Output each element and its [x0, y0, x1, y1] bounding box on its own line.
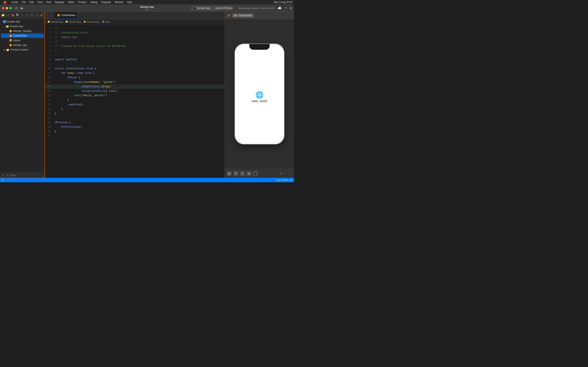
folder-icon[interactable]: 📁 [1, 13, 4, 17]
menu-debug[interactable]: Debug [89, 0, 99, 4]
line-content: .padding() [53, 102, 83, 107]
localize-icon[interactable]: Ⓛ [30, 13, 34, 17]
zoom-in-button[interactable]: + [284, 171, 287, 175]
menu-integrate[interactable]: Integrate [100, 0, 112, 4]
preview-tab-label: ContentView [238, 14, 252, 17]
code-line-21: 21 [45, 116, 225, 120]
zoom-out-button[interactable]: − [275, 171, 278, 175]
chevron-right-icon: ▶ [4, 49, 6, 51]
folder-icon: 📁 [6, 25, 9, 28]
pin-icon[interactable]: 📌 [227, 14, 230, 17]
sidebar-item-contentview[interactable]: ▾ 🔶 ContentView [1, 33, 44, 38]
code-line-7: 7 [45, 53, 225, 58]
line-number: 24 [45, 129, 53, 134]
diamond-icon[interactable]: ◇ [26, 13, 29, 17]
code-line-23: 23 ContentView() [45, 125, 225, 129]
filter-label: Filter [11, 174, 16, 177]
breadcrumb-sep: › [64, 21, 65, 23]
sidebar-content: ▾ 🅰 Sample App ▾ 📁 Sample App ▾ 🔶 Sample… [0, 18, 44, 173]
line-col-text: Line: 14 Col: 23 [276, 179, 292, 181]
line-number: 2 [45, 31, 53, 35]
swift-icon: 🔶 [57, 14, 60, 17]
menu-xcode[interactable]: Xcode [9, 0, 20, 4]
preview-phone-btn[interactable]: 📱 [253, 171, 258, 176]
menu-find[interactable]: Find [45, 0, 53, 4]
code-line-25: 25 [45, 134, 225, 138]
add-tab-button[interactable]: + [285, 6, 287, 10]
sidebar-footer: + ⊟ Filter [0, 173, 44, 178]
menu-help[interactable]: Help [125, 0, 134, 4]
breadcrumb-bar: 📁 Sample App › 📁 Sample App › 🔶 ContentV… [45, 19, 225, 25]
minimize-button[interactable] [6, 7, 8, 9]
swift-file-icon: 🔶 [9, 44, 12, 47]
line-content: // [53, 49, 58, 53]
breadcrumb-label-sampleapp1: Sample App [51, 21, 63, 23]
menu-editor[interactable]: Editor [67, 0, 76, 4]
breadcrumb-sampleapp2[interactable]: 📁 Sample App [65, 20, 81, 23]
tab-label-contentview: ContentView [61, 14, 75, 17]
zoom-actual-button[interactable]: ⊡ [279, 171, 283, 175]
code-line-3: 3 // Sample App [45, 35, 225, 40]
preview-bottom-bar: ▶ ⊞ ⊟ ⊠ 📱 − ⊡ + ⤢ [225, 169, 294, 178]
apple-menu[interactable]: 🍎 [2, 0, 8, 4]
scheme-selector[interactable]: 📱 Sample App › | Junior's iPhone [191, 6, 234, 10]
line-number: 5 [45, 44, 53, 49]
menu-view[interactable]: View [36, 0, 44, 4]
menu-edit[interactable]: Edit [28, 0, 35, 4]
bookmark-icon[interactable]: 🔖 [11, 13, 14, 17]
line-content: } [53, 98, 69, 102]
preview-inspect-btn[interactable]: ⊠ [246, 171, 251, 176]
preview-tab-contentview[interactable]: 🔶 ContentView [232, 13, 254, 17]
forward-button[interactable]: › [50, 13, 53, 18]
tab-contentview[interactable]: 🔶 ContentView [54, 12, 78, 19]
preview-grid-btn[interactable]: ⊞ [233, 171, 238, 176]
preview-play-btn[interactable]: ▶ [227, 171, 232, 176]
line-number: 19 [45, 107, 53, 111]
menu-product[interactable]: Product [77, 0, 88, 4]
sidebar-item-sample-app[interactable]: ▾ 🔶 Sample_App [1, 43, 44, 47]
code-line-20: 20 } [45, 111, 225, 116]
code-line-9: 9 [45, 62, 225, 67]
line-number: 6 [45, 49, 53, 53]
fullscreen-button[interactable] [9, 7, 12, 9]
code-line-13: 13 Image(systemName: "globe") [45, 80, 225, 84]
line-content: // ContentView.swift [53, 31, 88, 35]
line-content: VStack { [53, 75, 80, 80]
back-button[interactable]: ‹ [47, 13, 49, 18]
menu-window[interactable]: Window [113, 0, 125, 4]
line-number: 1 [45, 26, 53, 31]
line-number: 10 [45, 67, 53, 71]
breadcrumb-sampleapp1[interactable]: 📁 Sample App [47, 20, 63, 23]
editor-area: ‹ › 🔶 ContentView 📁 Sample App › 📁 Sampl… [45, 12, 225, 178]
vcs-icon[interactable]: ⎇ [6, 13, 9, 17]
zoom-fit-button[interactable]: ⤢ [288, 171, 292, 175]
close-button[interactable] [2, 7, 4, 9]
sidebar-item-sample-app-app[interactable]: ▾ 🔶 Sample_AppApp [1, 29, 44, 33]
breadcrumb-contentview[interactable]: 🔶 ContentView [83, 20, 99, 23]
code-editor[interactable]: 1 // 2 // ContentView.swift 3 // Sample … [45, 25, 225, 178]
sidebar-item-preview-content[interactable]: ▶ 📁 Preview Content [1, 48, 44, 52]
sidebar-toggle-icon[interactable]: ⊟ [15, 7, 17, 10]
preview-device-btn[interactable]: ⊟ [240, 171, 245, 176]
sidebar-item-assets[interactable]: ▾ 📦 Assets [1, 38, 44, 43]
search-icon[interactable]: 🔍 [16, 13, 19, 17]
menu-file[interactable]: File [20, 0, 27, 4]
app-title: Sample App [140, 6, 154, 8]
line-content: .imageScale(.large) [53, 84, 111, 89]
split-view-icon[interactable]: ⊞ [290, 7, 292, 10]
grid-icon[interactable]: ⊞ [40, 13, 43, 17]
warning-icon[interactable]: ⚠ [21, 13, 24, 17]
run-button[interactable]: ▶ [21, 6, 23, 10]
sidebar-item-sampleapp-group[interactable]: ▾ 📁 Sample App [1, 24, 44, 29]
menu-navigate[interactable]: Navigate [53, 0, 66, 4]
sidebar-item-sampleapp-root[interactable]: ▾ 🅰 Sample App [1, 19, 44, 24]
rect-icon[interactable]: ▭ [35, 13, 39, 17]
line-content: import SwiftUI [53, 58, 77, 62]
titlebar: ⊟ ▶ Sample App main 📱 Sample App › | Jun… [0, 4, 294, 12]
add-group-icon[interactable]: ⊟ [6, 174, 9, 177]
iphone-screen: 🌐 Hello, world! [235, 50, 284, 144]
add-file-icon[interactable]: + [2, 174, 5, 177]
code-line-11: 11 var body: some View { [45, 71, 225, 75]
breadcrumb-body[interactable]: 🔷 body [102, 20, 110, 23]
swift-file-icon: 🔶 [9, 34, 12, 37]
